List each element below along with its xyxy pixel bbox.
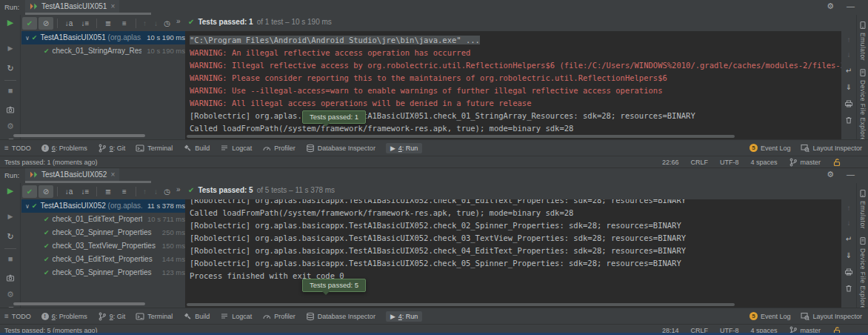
tree-horizontal-scrollbar[interactable]: [13, 134, 145, 137]
toolwindow-git[interactable]: 9: Git: [98, 144, 126, 153]
console-output[interactable]: "C:\Program Files\Android\Android Studio…: [185, 31, 841, 139]
up-stacktrace-icon[interactable]: ↑: [841, 204, 856, 212]
layout-inspector-button[interactable]: Layout Inspector: [801, 144, 862, 153]
previous-occurrence-icon[interactable]: ↑: [140, 185, 150, 198]
test-tree-row[interactable]: ✔check_03_TextView_Properties 150 ms: [21, 239, 185, 253]
line-separator[interactable]: CRLF: [690, 159, 708, 166]
toolwindow-profiler[interactable]: Profiler: [262, 312, 296, 321]
rerun-icon[interactable]: ▶: [0, 186, 21, 196]
event-log-button[interactable]: 5Event Log: [750, 312, 791, 320]
caret-position[interactable]: 22:66: [662, 159, 679, 166]
stop-icon[interactable]: ■: [0, 254, 21, 263]
toolwindow-profiler[interactable]: Profiler: [262, 144, 296, 153]
camera-icon[interactable]: [6, 273, 15, 282]
file-encoding[interactable]: UTF-8: [720, 159, 739, 166]
expand-all-icon[interactable]: ≣: [101, 185, 116, 198]
git-branch-widget[interactable]: master: [789, 158, 821, 167]
print-icon[interactable]: [844, 99, 853, 108]
rerun-failed-tests-icon[interactable]: ▶: [0, 213, 21, 220]
toolwindow-todo[interactable]: ≡TODO: [4, 312, 31, 320]
test-tree-row[interactable]: ✔check_01_EditText_Properties 10 s 711 m…: [21, 213, 185, 226]
console-horizontal-scrollbar[interactable]: [187, 135, 735, 138]
layout-inspector-button[interactable]: Layout Inspector: [801, 312, 862, 321]
event-log-button[interactable]: 5Event Log: [750, 144, 791, 152]
indent-style[interactable]: 4 spaces: [750, 159, 777, 166]
scroll-to-end-icon[interactable]: ⇓: [841, 251, 856, 259]
sort-alphabetically-icon[interactable]: ↓a: [61, 185, 76, 198]
close-icon[interactable]: ×: [110, 170, 115, 179]
soft-wrap-icon[interactable]: ↵: [841, 235, 856, 243]
show-passed-icon[interactable]: ✔: [22, 17, 37, 30]
rerun-icon[interactable]: ▶: [0, 18, 21, 27]
test-tree-root-row[interactable]: ∨✔TestA1BasicUIX052 (org.aplas.basica 11…: [21, 199, 185, 213]
down-stacktrace-icon[interactable]: ↓: [841, 50, 856, 59]
toolwindow-logcat[interactable]: Logcat: [220, 144, 252, 153]
toolwindow-git[interactable]: 9: Git: [98, 312, 126, 321]
toolwindow-todo[interactable]: ≡TODO: [4, 144, 31, 152]
toolwindow-build[interactable]: Build: [183, 144, 210, 153]
up-stacktrace-icon[interactable]: ↑: [841, 36, 856, 44]
test-tree-row[interactable]: ✔check_04_EditText_Properties 144 ms: [21, 253, 185, 266]
show-passed-icon[interactable]: ✔: [22, 185, 37, 198]
toolbar-overflow-icon[interactable]: »: [176, 17, 181, 25]
console-horizontal-scrollbar[interactable]: [187, 303, 735, 306]
tree-horizontal-scrollbar[interactable]: [13, 302, 145, 305]
test-tree-row[interactable]: ✔check_02_Spinner_Properties 250 ms: [21, 226, 185, 239]
chevron-down-icon[interactable]: ∨: [21, 35, 32, 42]
toolwindow-build[interactable]: Build: [183, 312, 210, 321]
toolwindow-logcat[interactable]: Logcat: [220, 312, 252, 321]
stop-icon[interactable]: ■: [0, 86, 21, 95]
collapse-all-icon[interactable]: ≡: [117, 17, 132, 30]
console-output[interactable]: [Robolectric] org.aplas.basicappx.TestA1…: [185, 199, 841, 308]
next-occurrence-icon[interactable]: ↓: [151, 185, 161, 198]
run-config-tab[interactable]: TestA1BasicUIX052 ×: [25, 168, 119, 181]
sort-alphabetically-icon[interactable]: ↓a: [61, 17, 76, 30]
toggle-auto-test-icon[interactable]: ↻: [0, 64, 21, 73]
test-history-icon[interactable]: ◷: [162, 17, 172, 30]
clear-console-icon[interactable]: [844, 116, 853, 125]
toolwindow-run[interactable]: ▶4: Run: [386, 311, 422, 322]
next-occurrence-icon[interactable]: ↓: [151, 17, 161, 30]
show-ignored-icon[interactable]: ⊘: [39, 17, 53, 30]
toolwindow-database-inspector[interactable]: Database Inspector: [306, 144, 375, 153]
tool-stripe-device-file-explorer[interactable]: Device File Explorer: [857, 68, 868, 144]
tool-stripe-emulator[interactable]: Emulator: [857, 21, 868, 61]
test-settings-icon[interactable]: ⚙: [0, 122, 21, 131]
gear-icon[interactable]: ⚙: [827, 170, 834, 179]
down-stacktrace-icon[interactable]: ↓: [841, 219, 856, 227]
toggle-auto-test-icon[interactable]: ↻: [0, 232, 21, 242]
toolbar-overflow-icon[interactable]: »: [176, 185, 181, 193]
clear-console-icon[interactable]: [844, 284, 853, 293]
test-history-icon[interactable]: ◷: [162, 185, 172, 198]
test-tree-root-row[interactable]: ∨✔TestA1BasicUIX051 (org.aplas.basica 10…: [21, 31, 185, 44]
toolwindow-terminal[interactable]: Terminal: [136, 144, 173, 153]
toolwindow-problems[interactable]: !6: Problems: [41, 145, 87, 152]
toolwindow-database-inspector[interactable]: Database Inspector: [306, 312, 375, 321]
run-config-tab[interactable]: TestA1BasicUIX051 ×: [25, 0, 119, 13]
test-tree-row[interactable]: ✔check_01_StringArray_Resources 10 s 190…: [21, 44, 185, 58]
hide-icon[interactable]: —: [847, 1, 855, 10]
expand-all-icon[interactable]: ≣: [101, 17, 116, 30]
sort-by-duration-icon[interactable]: ↓≡: [78, 17, 93, 30]
soft-wrap-icon[interactable]: ↵: [841, 67, 856, 75]
chevron-down-icon[interactable]: ∨: [21, 203, 32, 210]
toolwindow-terminal[interactable]: Terminal: [136, 312, 173, 321]
rerun-failed-tests-icon[interactable]: ▶: [0, 44, 21, 52]
camera-icon[interactable]: [6, 105, 15, 114]
test-tree-row[interactable]: ✔check_05_Spinner_Properties 123 ms: [21, 266, 185, 279]
toolwindow-run[interactable]: ▶4: Run: [386, 143, 422, 153]
collapse-all-icon[interactable]: ≡: [117, 185, 132, 198]
toolwindow-problems[interactable]: !6: Problems: [41, 313, 87, 320]
scroll-to-end-icon[interactable]: ⇓: [841, 83, 856, 91]
sort-by-duration-icon[interactable]: ↓≡: [78, 185, 93, 198]
show-ignored-icon[interactable]: ⊘: [39, 185, 53, 198]
previous-occurrence-icon[interactable]: ↑: [140, 17, 150, 30]
gear-icon[interactable]: ⚙: [827, 1, 834, 11]
close-icon[interactable]: ×: [110, 2, 115, 10]
test-settings-icon[interactable]: ⚙: [0, 290, 21, 299]
tool-stripe-emulator[interactable]: Emulator: [857, 189, 868, 229]
print-icon[interactable]: [844, 268, 853, 276]
unlock-icon[interactable]: [832, 158, 841, 167]
tool-stripe-device-file-explorer[interactable]: Device File Explorer: [857, 236, 868, 312]
hide-icon[interactable]: —: [847, 170, 855, 179]
